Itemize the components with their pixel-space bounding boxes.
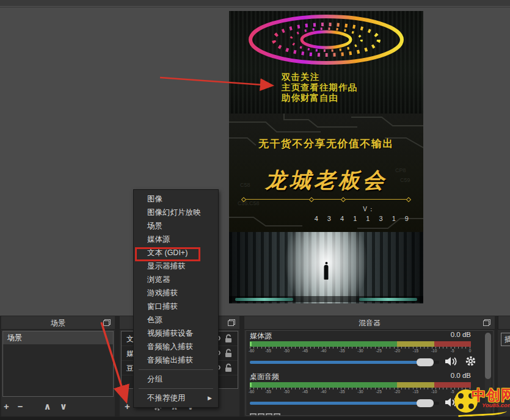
menu-item-audio-input-capture[interactable]: 音频输入捕获 <box>134 340 218 353</box>
unlock-icon[interactable] <box>224 349 233 358</box>
cta-line-1: 双击关注 <box>282 72 357 82</box>
video-slogan-text: 无干货不分享无价值不输出 <box>229 137 423 151</box>
mixer-channel-desktop-audio: 桌面音频 0.0 dB -60-55-50-45-40-35-30-25-20-… <box>249 372 472 410</box>
channel-db-value: 0.0 dB <box>451 331 471 338</box>
scenes-toolbar: + − ∧ ∨ <box>4 399 67 414</box>
site-watermark: 中创网 You85.com <box>453 385 510 419</box>
channel-name: 桌面音频 <box>250 372 279 382</box>
channel-name: 媒体源 <box>250 331 272 341</box>
meter-scale-labels: -60-55-50-45-40-35-30-25-20-15-10-50 <box>250 389 471 395</box>
title-bar <box>0 0 510 7</box>
insert-button-clipped[interactable]: 插入 <box>501 333 510 346</box>
video-segment-forest <box>229 232 423 303</box>
add-source-button[interactable]: + <box>125 400 130 413</box>
volume-slider-handle[interactable] <box>417 358 434 366</box>
video-brand-title: 龙城老板会 <box>229 166 423 195</box>
volume-slider-handle[interactable] <box>417 399 434 407</box>
volume-slider[interactable] <box>250 361 439 364</box>
right-panel-header <box>498 316 510 330</box>
volume-slider-fill <box>250 361 426 364</box>
video-cta-text: 双击关注 主页查看往期作品 助你财富自由 <box>282 72 357 103</box>
video-v-label: V： <box>363 205 376 214</box>
menu-item-media-source[interactable]: 媒体源 <box>134 233 218 246</box>
popout-dock-icon[interactable] <box>103 319 111 326</box>
menu-item-browser[interactable]: 浏览器 <box>134 273 218 286</box>
unlock-icon[interactable] <box>224 334 233 343</box>
menu-item-video-capture-device[interactable]: 视频捕获设备 <box>134 327 218 340</box>
menu-item-color-source[interactable]: 色源 <box>134 313 218 327</box>
mixer-scrollbar-thumb[interactable] <box>485 333 491 379</box>
meter-scale-labels: -60-55-50-45-40-35-30-25-20-15-10-50 <box>250 349 471 354</box>
volume-slider-fill <box>250 402 426 405</box>
scenes-panel-header[interactable]: 场景 <box>1 316 115 330</box>
walking-figure-silhouette <box>324 265 329 280</box>
menu-item-game-capture[interactable]: 游戏捕获 <box>134 286 218 300</box>
video-v-number: 4 3 4 1 1 3 1 9 <box>315 215 412 222</box>
preview-video[interactable]: 双击关注 主页查看往期作品 助你财富自由 C58CP8C59C55.C58 <box>229 11 423 303</box>
menu-separator <box>139 369 213 370</box>
video-segment-brand: C58CP8C59C55.C58 无干货不分享无价值不输出 龙城老板会 V： 4… <box>229 114 423 232</box>
mixer-panel-title: 混音器 <box>359 319 381 327</box>
mixer-panel-header[interactable]: 混音器 <box>244 316 495 330</box>
popout-dock-icon[interactable] <box>228 319 235 326</box>
unlock-icon[interactable] <box>224 363 233 372</box>
scenes-panel: 场景 场景 + − ∧ ∨ <box>1 316 115 416</box>
menu-item-deprecated[interactable]: 不推荐使用 ▶ <box>134 391 218 405</box>
volume-meter <box>250 382 471 388</box>
annotation-highlight-box <box>135 247 200 261</box>
brand-divider <box>244 199 409 200</box>
bottom-strip <box>0 417 510 420</box>
popout-dock-icon[interactable] <box>483 319 490 326</box>
menu-item-window-capture[interactable]: 窗口捕获 <box>134 300 218 313</box>
mixer-channel-media-source: 媒体源 0.0 dB -60-55-50-45-40-35-30-25-20-1… <box>249 331 472 369</box>
menu-item-group[interactable]: 分组 <box>134 372 218 386</box>
menu-separator <box>139 388 213 389</box>
volume-meter <box>250 341 471 347</box>
obs-main-window: 双击关注 主页查看往期作品 助你财富自由 C58CP8C59C55.C58 <box>0 0 510 420</box>
scene-down-button[interactable]: ∨ <box>60 400 67 413</box>
hud-meter-left <box>235 298 293 301</box>
menu-item-image[interactable]: 图像 <box>134 192 218 206</box>
scene-list-item[interactable]: 场景 <box>3 331 113 344</box>
menu-item-audio-output-capture[interactable]: 音频输出捕获 <box>134 353 218 367</box>
channel-settings-gear-icon[interactable] <box>465 355 476 367</box>
neon-ring-graphic <box>246 12 406 67</box>
dock-area: 场景 场景 + − ∧ ∨ 文 <box>0 316 510 417</box>
scenes-list[interactable]: 场景 <box>2 331 114 397</box>
svg-text:C55.C58: C55.C58 <box>238 200 260 206</box>
scene-up-button[interactable]: ∧ <box>44 400 51 413</box>
cta-line-2: 主页查看往期作品 <box>282 82 357 93</box>
hud-meter-right <box>359 298 417 301</box>
speaker-mute-icon[interactable] <box>444 355 459 368</box>
scenes-panel-title: 场景 <box>51 319 65 327</box>
cta-line-3: 助你财富自由 <box>282 93 357 103</box>
submenu-arrow-icon: ▶ <box>208 391 212 405</box>
menu-item-image-slideshow[interactable]: 图像幻灯片放映 <box>134 206 218 219</box>
remove-scene-button[interactable]: − <box>18 400 23 413</box>
add-source-context-menu: 图像 图像幻灯片放映 场景 媒体源 文本 (GDI+) 显示器捕获 浏览器 游戏… <box>133 189 219 408</box>
preview-area[interactable]: 双击关注 主页查看往期作品 助你财富自由 C58CP8C59C55.C58 <box>0 7 510 316</box>
channel-db-value: 0.0 dB <box>451 372 471 379</box>
clipped-third-channel <box>250 411 282 415</box>
add-scene-button[interactable]: + <box>4 400 9 413</box>
video-segment-neon-ring: 双击关注 主页查看往期作品 助你财富自由 <box>229 11 423 114</box>
volume-slider[interactable] <box>250 402 439 405</box>
menu-item-display-capture[interactable]: 显示器捕获 <box>134 259 218 273</box>
menu-item-scene[interactable]: 场景 <box>134 219 218 233</box>
watermark-url: You85.com <box>482 402 510 408</box>
